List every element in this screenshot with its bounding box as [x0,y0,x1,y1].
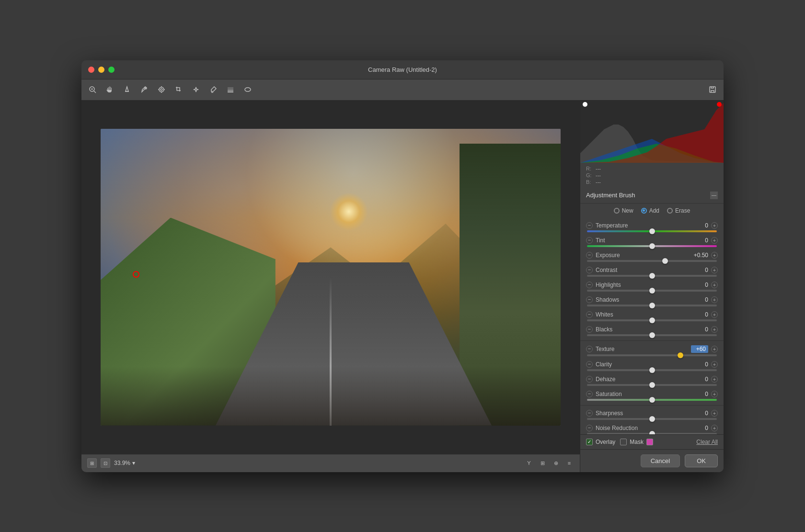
sliders-panel: −Temperature0+−Tint0+−Exposure+0.50+−Con… [580,218,724,434]
slider-thumb-exposure[interactable] [662,258,668,264]
photo-canvas[interactable] [101,129,561,426]
slider-minus-dehaze[interactable]: − [586,376,593,383]
slider-thumb-noise-reduction[interactable] [649,431,655,434]
slider-minus-temperature[interactable]: − [586,222,593,229]
slider-thumb-clarity[interactable] [649,367,655,373]
slider-plus-blacks[interactable]: + [711,326,718,333]
slider-thumb-saturation[interactable] [649,397,655,403]
slider-thumb-dehaze[interactable] [649,382,655,388]
status-icon-plus[interactable]: ⊕ [551,458,561,468]
slider-track-texture[interactable] [587,354,717,356]
panel-collapse-button[interactable]: — [710,192,718,199]
slider-plus-clarity[interactable]: + [711,361,718,368]
slider-track-blacks[interactable] [587,334,717,336]
slider-thumb-whites[interactable] [649,317,655,323]
slider-minus-sharpness[interactable]: − [586,410,593,417]
slider-track-exposure[interactable] [587,260,717,262]
slider-plus-saturation[interactable]: + [711,391,718,397]
minimize-button[interactable] [98,67,104,73]
slider-plus-highlights[interactable]: + [711,282,718,288]
mode-add[interactable]: Add [641,207,659,214]
slider-thumb-sharpness[interactable] [649,416,655,422]
slider-minus-clarity[interactable]: − [586,361,593,368]
slider-track-shadows[interactable] [587,305,717,306]
maximize-button[interactable] [108,67,115,73]
slider-minus-highlights[interactable]: − [586,282,593,288]
slider-minus-noise-reduction[interactable]: − [586,425,593,431]
slider-minus-saturation[interactable]: − [586,391,593,397]
slider-track-sharpness[interactable] [587,418,717,420]
slider-plus-texture[interactable]: + [711,346,718,352]
status-icon-y[interactable]: Y [524,458,534,468]
slider-thumb-temperature[interactable] [649,228,655,234]
mode-add-radio[interactable] [641,208,647,214]
slider-track-noise-reduction[interactable] [587,433,717,434]
zoom-tool[interactable] [87,84,98,95]
zoom-chevron[interactable]: ▾ [132,460,135,466]
slider-plus-temperature[interactable]: + [711,222,718,229]
status-icon-grid[interactable]: ⊞ [538,458,547,468]
mask-checkbox[interactable] [620,439,627,445]
white-balance-tool[interactable] [122,84,132,95]
mode-erase-radio[interactable] [667,208,673,214]
hand-tool[interactable] [104,84,115,95]
color-sampler-tool[interactable] [139,84,150,95]
slider-plus-whites[interactable]: + [711,311,718,318]
slider-value-texture[interactable]: +60 [691,345,708,353]
overlay-checkbox-group[interactable]: Overlay [586,439,615,445]
slider-thumb-shadows[interactable] [649,303,655,308]
slider-track-tint[interactable] [587,245,717,247]
mask-color-swatch[interactable] [646,439,653,445]
save-icon[interactable] [707,84,718,95]
graduated-filter-tool[interactable] [225,84,236,95]
slider-minus-tint[interactable]: − [586,237,593,244]
overlay-checkbox[interactable] [586,439,593,445]
slider-minus-texture[interactable]: − [586,346,593,352]
spot-removal-tool[interactable] [191,84,201,95]
radial-filter-tool[interactable] [242,84,253,95]
clear-all-button[interactable]: Clear All [696,439,718,445]
fit-screen-btn[interactable]: ⊞ [87,458,97,468]
mask-checkbox-group[interactable]: Mask [620,439,653,445]
slider-track-clarity[interactable] [587,369,717,371]
slider-thumb-texture[interactable] [678,352,683,358]
slider-thumb-contrast[interactable] [649,273,655,279]
slider-plus-shadows[interactable]: + [711,296,718,303]
fullscreen-btn[interactable]: ⊡ [101,458,110,468]
svg-rect-12 [228,87,233,88]
slider-minus-whites[interactable]: − [586,311,593,318]
slider-track-dehaze[interactable] [587,384,717,386]
slider-thumb-highlights[interactable] [649,288,655,294]
mode-new[interactable]: New [614,207,633,214]
adjustment-brush-tool[interactable] [208,84,218,95]
slider-minus-exposure[interactable]: − [586,252,593,259]
cancel-button[interactable]: Cancel [641,454,680,467]
slider-thumb-blacks[interactable] [649,332,655,338]
mode-erase[interactable]: Erase [667,207,690,214]
slider-plus-noise-reduction[interactable]: + [711,425,718,431]
slider-track-saturation[interactable] [587,399,717,401]
slider-plus-dehaze[interactable]: + [711,376,718,383]
slider-track-contrast[interactable] [587,275,717,277]
slider-track-highlights[interactable] [587,290,717,292]
zoom-control[interactable]: 33.9% ▾ [114,460,135,466]
slider-value-group: +60+ [691,345,718,353]
window-title: Camera Raw (Untitled-2) [368,66,437,73]
slider-minus-shadows[interactable]: − [586,296,593,303]
slider-minus-contrast[interactable]: − [586,267,593,273]
slider-plus-exposure[interactable]: + [711,252,718,259]
slider-track-temperature[interactable] [587,230,717,232]
ok-button[interactable]: OK [685,454,718,467]
slider-plus-sharpness[interactable]: + [711,410,718,417]
photo-viewport[interactable] [81,101,580,454]
close-button[interactable] [88,67,94,73]
slider-track-whites[interactable] [587,319,717,321]
status-icon-sliders[interactable]: ≡ [564,458,574,468]
slider-thumb-tint[interactable] [649,243,655,249]
targeted-adjustment-tool[interactable] [156,84,167,95]
slider-plus-tint[interactable]: + [711,237,718,244]
slider-plus-contrast[interactable]: + [711,267,718,273]
crop-tool[interactable] [173,84,184,95]
slider-minus-blacks[interactable]: − [586,326,593,333]
mode-new-radio[interactable] [614,208,620,214]
